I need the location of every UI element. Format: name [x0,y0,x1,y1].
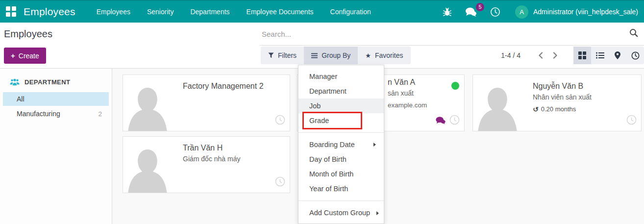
star-icon: ★ [365,52,371,59]
menu-item-boarding-date[interactable]: Boarding Date [298,137,384,152]
employee-photo-placeholder [123,75,172,131]
group-by-bars-icon [311,53,318,58]
breadcrumb-row: Employees Search... [0,23,644,46]
messages-chat-icon[interactable]: 5 [465,7,477,17]
employee-name: Nguyễn Văn B [533,82,592,91]
debug-bug-icon[interactable] [443,7,452,17]
nav-item-departments[interactable]: Departments [182,8,238,16]
kanban-grid-icon [578,51,586,59]
menu-separator [298,132,384,133]
employee-photo-placeholder [473,75,522,131]
employee-photo-placeholder [123,137,172,193]
employee-card-nguyen-van-b[interactable]: Nguyễn Văn B Nhân viên sản xuất ↺ 0.20 m… [472,75,642,131]
filters-label: Filters [278,51,297,59]
map-view-button[interactable] [609,47,626,64]
plus-icon: + [11,51,15,60]
nav-item-employees[interactable]: Employees [88,8,139,16]
menu-item-department[interactable]: Department [298,84,384,99]
menu-separator [298,200,384,201]
department-header: DEPARTMENT [0,78,112,86]
search-icon[interactable] [629,28,638,39]
employee-card-tran-van-h[interactable]: Trần Văn H Giám đốc nhà máy [123,136,290,193]
pager-previous-button[interactable] [533,49,548,62]
map-pin-icon [615,51,620,59]
nav-item-employee-documents[interactable]: Employee Documents [238,8,322,16]
page-title: Employees [4,28,52,40]
users-group-icon [10,78,20,86]
search-filter-buttons: Filters Group By ★ Favorites [261,47,411,64]
menu-item-day-of-birth[interactable]: Day of Birth [298,152,384,167]
user-avatar[interactable]: A [515,5,528,19]
menu-item-label: Boarding Date [309,141,355,149]
activity-clock-icon[interactable] [275,176,285,189]
menu-item-year-of-birth[interactable]: Year of Birth [298,181,384,196]
activity-clock-icon [631,51,640,60]
kanban-view-button[interactable] [573,47,591,64]
employee-email: example.com [388,101,427,109]
favorites-label: Favorites [375,51,403,59]
group-by-label: Group By [322,51,350,59]
activities-clock-icon[interactable] [490,7,500,17]
employee-seniority: ↺ 0.20 months [533,105,592,113]
group-by-dropdown-menu: Manager Department Job Grade Boarding Da… [298,65,384,224]
submenu-arrow-icon [373,143,376,147]
menu-item-manager[interactable]: Manager [298,69,384,84]
nav-item-seniority[interactable]: Seniority [139,8,182,16]
list-view-button[interactable] [591,47,609,64]
view-switcher [573,47,644,64]
employee-name: Trần Văn H [183,144,241,152]
user-menu[interactable]: Administrator (viin_helpdesk_sale) [533,8,638,16]
employee-job-title: Nhân viên sản xuất [533,93,592,101]
app-title[interactable]: Employees [24,6,75,18]
activity-clock-icon[interactable] [449,115,460,127]
department-sidebar: DEPARTMENT All Manufacturing 2 [0,69,112,224]
sidebar-item-label: Manufacturing [17,110,60,118]
pager-zone: 1-4 / 4 [501,47,644,64]
create-button-label: Create [19,52,39,60]
menu-item-month-of-birth[interactable]: Month of Birth [298,167,384,181]
apps-grid-icon[interactable] [6,6,17,17]
group-by-button[interactable]: Group By [304,47,358,64]
menu-item-job[interactable]: Job [298,99,384,113]
department-header-label: DEPARTMENT [25,78,70,86]
sidebar-item-count: 2 [99,110,102,118]
employee-job-title: Giám đốc nhà máy [183,155,241,163]
employee-name: Factory Management 2 [183,82,264,91]
seniority-history-icon: ↺ [533,106,539,113]
sidebar-item-all[interactable]: All [3,92,109,106]
filter-funnel-icon [268,52,274,58]
top-nav: Employees Employees Seniority Department… [0,0,644,23]
activity-view-button[interactable] [626,47,644,64]
pager-counter: 1-4 / 4 [501,51,520,59]
chat-bubble-icon[interactable] [435,116,446,126]
messages-count-badge: 5 [476,3,484,11]
menu-item-label: Add Custom Group [309,209,370,217]
employee-job-title: sản xuất [388,89,427,97]
activity-clock-icon[interactable] [626,115,637,127]
nav-item-configuration[interactable]: Configuration [322,8,379,16]
employee-card-factory-management[interactable]: Factory Management 2 [123,75,290,131]
sidebar-item-manufacturing[interactable]: Manufacturing 2 [3,107,109,121]
pager-next-button[interactable] [548,49,563,62]
menu-item-add-custom-group[interactable]: Add Custom Group [298,205,384,220]
seniority-value: 0.20 months [541,105,576,113]
menu-item-grade[interactable]: Grade [298,113,384,128]
activity-clock-icon[interactable] [275,115,285,127]
create-button[interactable]: + Create [4,48,46,64]
filters-button[interactable]: Filters [261,47,304,64]
online-status-dot [451,82,459,90]
search-input[interactable]: Search... [260,23,644,46]
list-icon [596,52,604,59]
submenu-arrow-icon [376,211,379,215]
search-placeholder: Search... [260,30,629,38]
menu-item-grade-label: Grade [309,117,329,124]
sidebar-item-label: All [17,95,25,103]
employee-name: n Văn A [388,78,427,87]
favorites-button[interactable]: ★ Favorites [358,47,410,64]
